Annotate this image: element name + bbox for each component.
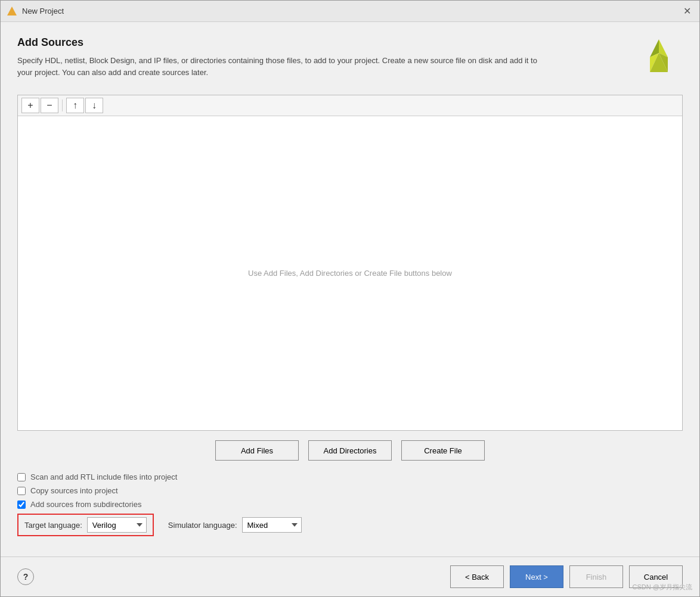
header-section: Add Sources Specify HDL, netlist, Block … bbox=[17, 36, 683, 84]
watermark: CSDN @岁月指尖流 bbox=[633, 583, 692, 592]
move-up-toolbar-button[interactable]: ↑ bbox=[66, 98, 84, 113]
window-title: New Project bbox=[22, 7, 64, 15]
scan-rtl-label[interactable]: Scan and add RTL include files into proj… bbox=[30, 472, 177, 481]
add-files-button[interactable]: Add Files bbox=[215, 440, 299, 461]
move-down-toolbar-button[interactable]: ↓ bbox=[85, 98, 103, 113]
target-language-group: Target language: Verilog VHDL bbox=[17, 514, 154, 536]
footer-left: ? bbox=[17, 568, 34, 585]
scan-rtl-checkbox[interactable] bbox=[17, 473, 26, 481]
add-file-toolbar-button[interactable]: + bbox=[21, 98, 39, 113]
action-buttons-row: Add Files Add Directories Create File bbox=[17, 440, 683, 461]
svg-marker-0 bbox=[7, 7, 17, 15]
copy-sources-row: Copy sources into project bbox=[17, 486, 683, 495]
page-title: Add Sources bbox=[17, 36, 635, 49]
create-file-button[interactable]: Create File bbox=[401, 440, 485, 461]
options-section: Scan and add RTL include files into proj… bbox=[17, 472, 683, 536]
title-bar: New Project ✕ bbox=[1, 1, 699, 22]
close-button[interactable]: ✕ bbox=[681, 5, 693, 17]
new-project-window: New Project ✕ Add Sources Specify HDL, n… bbox=[0, 0, 700, 597]
finish-button[interactable]: Finish bbox=[569, 565, 623, 588]
file-list-empty-message: Use Add Files, Add Directories or Create… bbox=[18, 116, 682, 430]
copy-sources-checkbox[interactable] bbox=[17, 487, 26, 495]
copy-sources-label[interactable]: Copy sources into project bbox=[30, 486, 118, 495]
add-subdirs-checkbox[interactable] bbox=[17, 500, 26, 509]
target-language-select[interactable]: Verilog VHDL bbox=[87, 517, 147, 533]
simulator-language-label: Simulator language: bbox=[168, 521, 237, 530]
header-text: Add Sources Specify HDL, netlist, Block … bbox=[17, 36, 635, 78]
file-panel: + − ↑ ↓ Use Add Files, Add Directories o… bbox=[17, 95, 683, 431]
simulator-language-group: Simulator language: Mixed Verilog VHDL bbox=[168, 517, 302, 533]
main-content: Add Sources Specify HDL, netlist, Block … bbox=[1, 22, 699, 556]
vivado-logo-icon bbox=[635, 36, 683, 84]
page-description: Specify HDL, netlist, Block Design, and … bbox=[17, 55, 554, 78]
file-toolbar: + − ↑ ↓ bbox=[18, 95, 682, 116]
next-button[interactable]: Next > bbox=[510, 565, 563, 588]
add-subdirs-row: Add sources from subdirectories bbox=[17, 500, 683, 509]
add-directories-button[interactable]: Add Directories bbox=[308, 440, 392, 461]
toolbar-divider bbox=[62, 100, 63, 111]
back-button[interactable]: < Back bbox=[450, 565, 504, 588]
scan-rtl-row: Scan and add RTL include files into proj… bbox=[17, 472, 683, 481]
add-subdirs-label[interactable]: Add sources from subdirectories bbox=[30, 500, 141, 509]
language-section: Target language: Verilog VHDL Simulator … bbox=[17, 514, 683, 536]
app-logo-icon bbox=[7, 6, 17, 17]
help-button[interactable]: ? bbox=[17, 568, 34, 585]
target-language-label: Target language: bbox=[24, 521, 82, 530]
footer: ? < Back Next > Finish Cancel bbox=[1, 556, 699, 596]
title-bar-left: New Project bbox=[7, 6, 64, 17]
remove-file-toolbar-button[interactable]: − bbox=[41, 98, 58, 113]
simulator-language-select[interactable]: Mixed Verilog VHDL bbox=[242, 517, 302, 533]
